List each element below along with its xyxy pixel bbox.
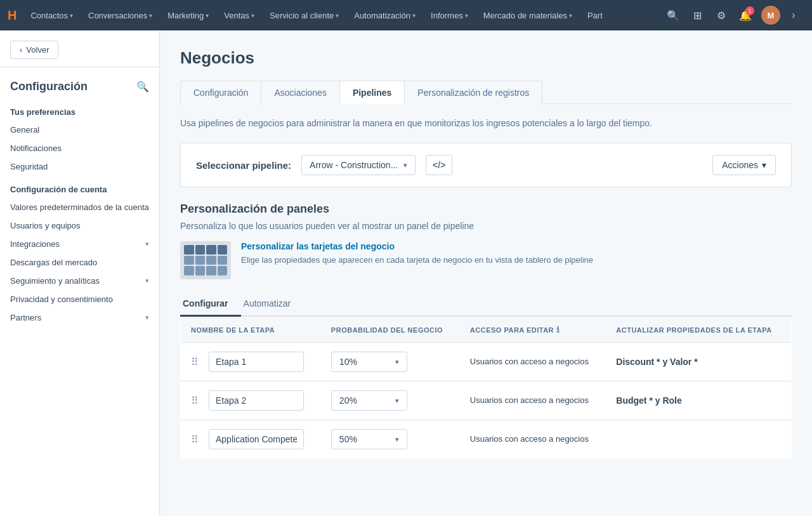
- settings-button[interactable]: ⚙: [710, 4, 732, 26]
- stage-access-cell: Usuarios con acceso a negocios: [460, 343, 606, 381]
- expand-nav-button[interactable]: ›: [783, 4, 804, 26]
- customize-card-subdesc: Elige las propiedades que aparecen en ca…: [241, 254, 593, 267]
- sidebar-header: Configuración 🔍: [0, 67, 159, 98]
- sidebar-back-section: ‹ Volver: [0, 30, 159, 67]
- sidebar-search-icon[interactable]: 🔍: [136, 81, 149, 93]
- apps-button[interactable]: ⊞: [686, 4, 708, 26]
- search-button[interactable]: 🔍: [662, 4, 684, 26]
- sidebar-item-integraciones[interactable]: Integraciones ▾: [0, 235, 159, 253]
- customize-card-link[interactable]: Personalizar las tarjetas del negocio: [241, 241, 593, 251]
- sub-tab-automatizar[interactable]: Automatizar: [241, 292, 304, 317]
- stage-probability-cell: 20% ▾: [321, 381, 460, 420]
- stage-name-cell: ⠿: [181, 381, 321, 420]
- stage-probability-cell: 10% ▾: [321, 343, 460, 381]
- stage-name-cell: ⠿: [181, 343, 321, 381]
- nav-conversaciones-chevron: ▾: [149, 12, 152, 19]
- hubspot-logo[interactable]: H: [8, 8, 16, 23]
- customize-card: Personalizar las tarjetas del negocio El…: [180, 241, 792, 279]
- nav-marketing[interactable]: Marketing ▾: [161, 7, 215, 24]
- sidebar-title: Configuración: [10, 80, 88, 93]
- nav-informes[interactable]: Informes ▾: [424, 7, 475, 24]
- properties-text: Budget * y Role: [616, 395, 681, 406]
- stage-properties-cell: [606, 420, 791, 459]
- personalizacion-title: Personalización de paneles: [180, 202, 792, 216]
- back-chevron-icon: ‹: [20, 45, 22, 55]
- probability-chevron-icon: ▾: [395, 397, 399, 405]
- stage-access-cell: Usuarios con acceso a negocios: [460, 381, 606, 420]
- probability-dropdown[interactable]: 50% ▾: [331, 429, 407, 449]
- sub-tab-configurar[interactable]: Configurar: [180, 292, 241, 317]
- pipelines-description: Usa pipelines de negocios para administr…: [180, 117, 792, 130]
- table-row: ⠿ 10% ▾ Usuarios con acceso a negocios D…: [181, 343, 792, 381]
- stage-probability-cell: 50% ▾: [321, 420, 460, 459]
- drag-handle-icon[interactable]: ⠿: [191, 395, 199, 407]
- sidebar-item-privacidad[interactable]: Privacidad y consentimiento: [0, 290, 159, 308]
- acceso-info-icon[interactable]: ℹ: [556, 325, 560, 334]
- table-row: ⠿ 50% ▾ Usuarios con acceso a negocios: [181, 420, 792, 459]
- nav-servicio-chevron: ▾: [336, 12, 339, 19]
- sidebar-section-cuenta: Configuración de cuenta: [0, 176, 159, 198]
- tab-personalizacion[interactable]: Personalización de registros: [404, 81, 542, 104]
- col-header-propiedades: ACTUALIZAR PROPIEDADES DE LA ETAPA: [606, 317, 791, 343]
- nav-mercado[interactable]: Mercado de materiales ▾: [477, 7, 579, 24]
- sidebar-item-partners[interactable]: Partners ▾: [0, 308, 159, 327]
- sidebar-item-usuarios[interactable]: Usuarios y equipos: [0, 216, 159, 235]
- table-row: ⠿ 20% ▾ Usuarios con acceso a negocios B…: [181, 381, 792, 420]
- tab-pipelines[interactable]: Pipelines: [339, 81, 405, 104]
- sub-tabs: Configurar Automatizar: [180, 292, 792, 317]
- drag-handle-icon[interactable]: ⠿: [191, 356, 199, 368]
- seguimiento-chevron-icon: ▾: [145, 277, 149, 285]
- partners-chevron-icon: ▾: [145, 314, 149, 322]
- nav-automatizacion-chevron: ▾: [412, 12, 416, 19]
- stage-properties-cell: Budget * y Role: [606, 381, 791, 420]
- notifications-button[interactable]: 🔔 1: [735, 4, 756, 26]
- nav-mercado-chevron: ▾: [569, 12, 572, 19]
- code-view-button[interactable]: </>: [426, 155, 452, 175]
- access-text: Usuarios con acceso a negocios: [470, 395, 589, 405]
- pipeline-selected-value: Arrow - Construction...: [310, 160, 398, 170]
- probability-dropdown[interactable]: 10% ▾: [331, 352, 407, 372]
- card-preview-image: [180, 241, 231, 279]
- page-title: Negocios: [180, 48, 792, 68]
- sidebar-section-preferences: Tus preferencias: [0, 98, 159, 121]
- nav-servicio[interactable]: Servicio al cliente ▾: [263, 7, 345, 24]
- col-header-nombre: NOMBRE DE LA ETAPA: [181, 317, 321, 343]
- nav-contactos-chevron: ▾: [70, 12, 73, 19]
- properties-text: Discount * y Valor *: [616, 357, 697, 367]
- acciones-button[interactable]: Acciones ▾: [712, 155, 776, 175]
- nav-part[interactable]: Part: [581, 7, 609, 24]
- stage-name-input[interactable]: [209, 352, 304, 372]
- notification-badge: 1: [745, 6, 754, 15]
- sidebar-item-notificaciones[interactable]: Notificaciones: [0, 139, 159, 157]
- nav-automatizacion[interactable]: Automatización ▾: [348, 7, 422, 24]
- back-button[interactable]: ‹ Volver: [10, 41, 58, 59]
- sidebar-item-general[interactable]: General: [0, 121, 159, 139]
- nav-marketing-chevron: ▾: [206, 12, 209, 19]
- drag-handle-icon[interactable]: ⠿: [191, 433, 199, 446]
- stage-name-input[interactable]: [209, 390, 304, 411]
- stage-access-cell: Usuarios con acceso a negocios: [460, 420, 606, 459]
- sidebar-item-descargas[interactable]: Descargas del mercado: [0, 253, 159, 272]
- sidebar-item-seguimiento[interactable]: Seguimiento y analíticas ▾: [0, 272, 159, 290]
- pipeline-selector-label: Seleccionar pipeline:: [196, 160, 291, 171]
- col-header-probabilidad: PROBABILIDAD DEL NEGOCIO: [321, 317, 460, 343]
- user-avatar[interactable]: M: [761, 6, 780, 25]
- pipeline-dropdown[interactable]: Arrow - Construction... ▾: [301, 155, 416, 175]
- stage-properties-cell: Discount * y Valor *: [606, 343, 791, 381]
- nav-contactos[interactable]: Contactos ▾: [24, 7, 79, 24]
- sidebar-item-valores[interactable]: Valores predeterminados de la cuenta: [0, 198, 159, 216]
- probability-dropdown[interactable]: 20% ▾: [331, 390, 407, 411]
- main-tabs: Configuración Asociaciones Pipelines Per…: [180, 81, 792, 104]
- tab-configuracion[interactable]: Configuración: [180, 81, 261, 104]
- tab-asociaciones[interactable]: Asociaciones: [261, 81, 340, 104]
- stage-name-input[interactable]: [209, 429, 304, 449]
- top-nav: H Contactos ▾ Conversaciones ▾ Marketing…: [0, 0, 812, 30]
- sidebar-item-seguridad[interactable]: Seguridad: [0, 157, 159, 176]
- access-text: Usuarios con acceso a negocios: [470, 434, 589, 444]
- access-text: Usuarios con acceso a negocios: [470, 357, 589, 366]
- probability-chevron-icon: ▾: [395, 435, 399, 444]
- nav-ventas[interactable]: Ventas ▾: [218, 7, 261, 24]
- main-content: Negocios Configuración Asociaciones Pipe…: [160, 30, 812, 516]
- integraciones-chevron-icon: ▾: [145, 240, 149, 248]
- nav-conversaciones[interactable]: Conversaciones ▾: [82, 7, 159, 24]
